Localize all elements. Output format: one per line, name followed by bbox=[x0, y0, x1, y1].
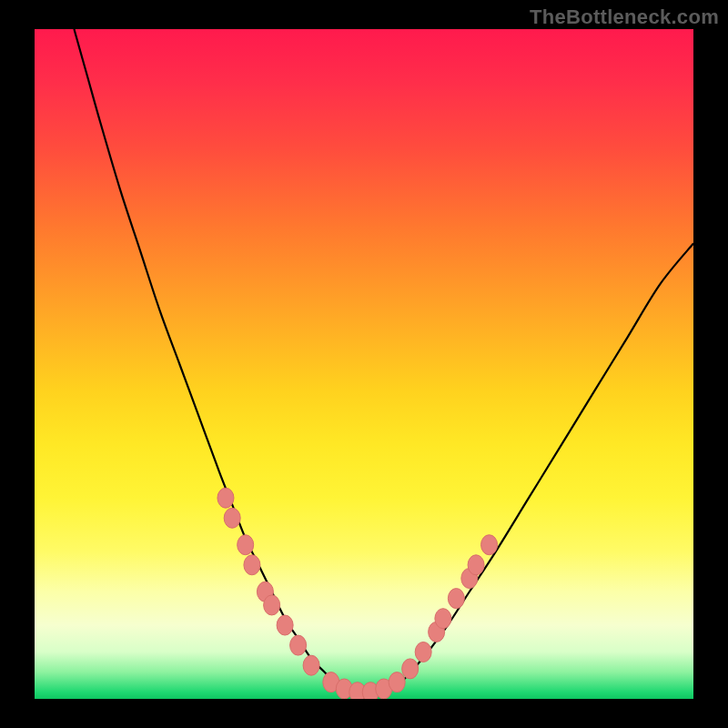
curve-marker bbox=[468, 555, 484, 575]
curve-marker bbox=[290, 635, 307, 655]
curve-marker bbox=[389, 672, 405, 693]
curve-markers bbox=[217, 488, 498, 699]
plot-area bbox=[35, 29, 693, 699]
curve-marker bbox=[481, 535, 498, 555]
outer-frame: TheBottleneck.com bbox=[0, 0, 728, 728]
curve-marker bbox=[448, 589, 464, 609]
curve-marker bbox=[303, 655, 319, 675]
curve-marker bbox=[217, 488, 234, 508]
curve-marker bbox=[402, 659, 419, 679]
curve-marker bbox=[224, 508, 240, 528]
curve-marker bbox=[244, 555, 260, 575]
curve-layer bbox=[35, 29, 693, 699]
curve-marker bbox=[415, 642, 431, 662]
watermark-text: TheBottleneck.com bbox=[530, 5, 719, 29]
curve-marker bbox=[435, 609, 451, 629]
curve-marker bbox=[277, 615, 293, 635]
curve-marker bbox=[264, 595, 280, 615]
curve-marker bbox=[238, 535, 254, 555]
bottleneck-curve bbox=[74, 29, 693, 693]
